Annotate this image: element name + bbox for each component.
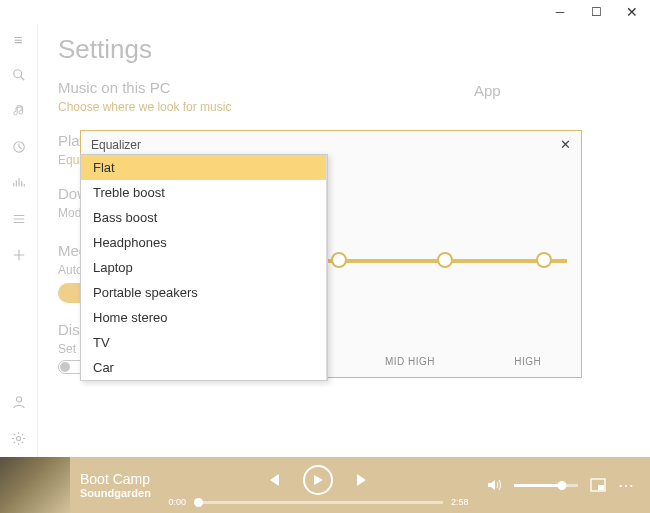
sidebar: ≡ bbox=[0, 24, 38, 457]
volume-slider[interactable] bbox=[514, 484, 578, 487]
svg-point-4 bbox=[16, 436, 20, 440]
account-icon[interactable] bbox=[10, 393, 28, 411]
preset-option-car[interactable]: Car bbox=[81, 355, 327, 380]
preset-option-laptop[interactable]: Laptop bbox=[81, 255, 327, 280]
preset-option-bass-boost[interactable]: Bass boost bbox=[81, 205, 327, 230]
equalizer-preset-dropdown[interactable]: Flat Treble boost Bass boost Headphones … bbox=[80, 154, 328, 381]
playlist-icon[interactable] bbox=[10, 210, 28, 228]
svg-line-1 bbox=[20, 77, 24, 81]
maximize-button[interactable]: ☐ bbox=[578, 0, 614, 24]
more-icon[interactable]: ⋯ bbox=[618, 476, 636, 495]
play-button[interactable] bbox=[303, 465, 333, 495]
add-icon[interactable] bbox=[10, 246, 28, 264]
eq-knob-high[interactable] bbox=[536, 252, 552, 268]
settings-gear-icon[interactable] bbox=[10, 429, 28, 447]
music-note-icon[interactable] bbox=[10, 102, 28, 120]
minimize-button[interactable]: ─ bbox=[542, 0, 578, 24]
equalizer-close-button[interactable]: ✕ bbox=[560, 137, 571, 152]
svg-point-0 bbox=[13, 70, 21, 78]
svg-rect-6 bbox=[598, 485, 604, 490]
preset-option-headphones[interactable]: Headphones bbox=[81, 230, 327, 255]
player-bar: Boot Camp Soundgarden 0:00 2:58 ⋯ bbox=[0, 457, 650, 513]
preset-option-treble-boost[interactable]: Treble boost bbox=[81, 180, 327, 205]
svg-point-3 bbox=[16, 397, 21, 402]
page-title: Settings bbox=[58, 34, 626, 65]
music-section-title: Music on this PC bbox=[58, 79, 378, 96]
now-playing-icon[interactable] bbox=[10, 174, 28, 192]
eq-knob-mid[interactable] bbox=[331, 252, 347, 268]
close-button[interactable]: ✕ bbox=[614, 0, 650, 24]
elapsed-time: 0:00 bbox=[168, 497, 186, 507]
preset-option-tv[interactable]: TV bbox=[81, 330, 327, 355]
preset-option-flat[interactable]: Flat bbox=[81, 155, 327, 180]
next-button[interactable] bbox=[355, 472, 371, 488]
seek-bar[interactable] bbox=[194, 501, 443, 504]
equalizer-title: Equalizer bbox=[91, 138, 141, 152]
volume-icon[interactable] bbox=[486, 477, 502, 493]
preset-option-portable-speakers[interactable]: Portable speakers bbox=[81, 280, 327, 305]
track-artist: Soundgarden bbox=[80, 487, 151, 499]
total-time: 2:58 bbox=[451, 497, 469, 507]
eq-knob-midhigh[interactable] bbox=[437, 252, 453, 268]
search-icon[interactable] bbox=[10, 66, 28, 84]
recent-icon[interactable] bbox=[10, 138, 28, 156]
hamburger-icon[interactable]: ≡ bbox=[10, 30, 28, 48]
track-title: Boot Camp bbox=[80, 471, 151, 487]
app-section-title: App bbox=[474, 82, 501, 99]
album-art[interactable] bbox=[0, 457, 70, 513]
previous-button[interactable] bbox=[265, 472, 281, 488]
preset-option-home-stereo[interactable]: Home stereo bbox=[81, 305, 327, 330]
window-titlebar: ─ ☐ ✕ bbox=[0, 0, 650, 24]
eq-band-label: HIGH bbox=[514, 356, 541, 367]
eq-band-label: MID HIGH bbox=[385, 356, 435, 367]
miniplayer-icon[interactable] bbox=[590, 478, 606, 492]
choose-music-link[interactable]: Choose where we look for music bbox=[58, 100, 378, 114]
